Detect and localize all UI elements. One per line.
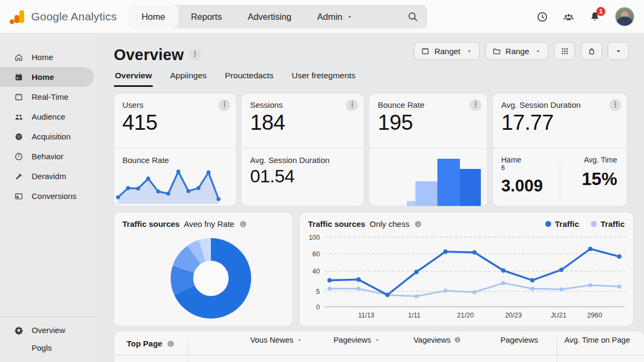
column-header-vous-newes[interactable]: Vous Newes bbox=[236, 331, 317, 348]
more-options-button[interactable] bbox=[608, 42, 629, 60]
legend-item: Traffic bbox=[591, 219, 625, 228]
info-icon[interactable] bbox=[239, 220, 247, 228]
divider bbox=[557, 337, 557, 362]
button-label: Range bbox=[506, 47, 529, 56]
bar bbox=[407, 201, 415, 206]
home-filled-icon bbox=[14, 72, 24, 82]
topbar: Google Analytics HomeReportsAdvertisingA… bbox=[0, 0, 644, 34]
sessions-value: 184 bbox=[250, 110, 356, 135]
sidebar-item-audience[interactable]: Audience bbox=[0, 107, 97, 127]
svg-text:40: 40 bbox=[312, 268, 320, 275]
donut-card-subtitle: Aveo fny Rate bbox=[184, 219, 235, 228]
nav-item-admin[interactable]: Admin bbox=[304, 5, 366, 28]
button-label: Ranget bbox=[434, 47, 460, 56]
export-button[interactable] bbox=[581, 42, 602, 60]
caret-down-icon bbox=[374, 337, 380, 343]
card-menu-button[interactable] bbox=[470, 99, 481, 111]
bounce-label: Bounce Rate bbox=[378, 100, 480, 109]
legend-item: Traffic bbox=[545, 219, 579, 228]
gear-icon bbox=[14, 326, 24, 335]
row-cell: 9 6769 bbox=[478, 356, 561, 362]
svg-text:20/23: 20/23 bbox=[505, 312, 522, 319]
topbar-actions: 1 bbox=[536, 7, 634, 26]
card-menu-button[interactable] bbox=[218, 99, 230, 111]
main-content: Overview RangetRange OverviewAppiingesPr… bbox=[97, 34, 644, 362]
nav-item-reports[interactable]: Reports bbox=[178, 5, 235, 28]
date-range-button[interactable]: Ranget bbox=[414, 42, 479, 60]
history-icon[interactable] bbox=[536, 11, 548, 23]
svg-text:2960: 2960 bbox=[587, 312, 602, 319]
sidebar-item-label: Home bbox=[32, 53, 53, 62]
sidebar-item-label: Home bbox=[32, 72, 54, 82]
tab-prouctedacts[interactable]: Prouctedacts bbox=[224, 69, 274, 87]
grid-view-button[interactable] bbox=[554, 42, 575, 60]
info-icon[interactable] bbox=[166, 339, 175, 348]
divider bbox=[188, 337, 188, 362]
tab-overview[interactable]: Overview bbox=[114, 69, 153, 87]
tab-user-fretegments[interactable]: User fretegments bbox=[290, 69, 356, 87]
bar bbox=[437, 159, 460, 206]
column-header-avg-time-on-page[interactable]: Avg. Time on Page bbox=[561, 331, 644, 348]
column-header-label: Vous Newes bbox=[250, 336, 294, 344]
row-label: Top Page bbox=[114, 356, 236, 362]
clock-icon bbox=[14, 152, 24, 161]
globe-icon bbox=[14, 132, 24, 142]
column-header-label: Pageviews bbox=[333, 336, 371, 344]
nav-item-label: Reports bbox=[191, 12, 222, 22]
svg-text:1/11: 1/11 bbox=[408, 312, 420, 319]
sidebar-item-behavior[interactable]: Behavior bbox=[0, 146, 97, 166]
sidebar-item-label: Overview bbox=[32, 326, 65, 335]
legend-label: Traffic bbox=[555, 219, 579, 228]
card-menu-button[interactable] bbox=[609, 99, 621, 111]
tab-appiinges[interactable]: Appiinges bbox=[169, 69, 208, 87]
svg-text:100: 100 bbox=[309, 234, 320, 241]
line-card-subtitle: Only chess bbox=[370, 219, 409, 228]
sidebar-item-home[interactable]: Home bbox=[0, 47, 97, 67]
user-management-icon[interactable] bbox=[562, 11, 575, 23]
range-button[interactable]: Range bbox=[485, 42, 548, 60]
svg-text:60: 60 bbox=[312, 250, 320, 258]
caret-down-icon bbox=[614, 47, 623, 56]
bar bbox=[415, 181, 437, 206]
row-cell: 2010 2021 bbox=[236, 356, 317, 362]
charts-row: Traffic sources Aveo fny Rate Traffic so… bbox=[114, 212, 644, 326]
sidebar-footer-item-pogls[interactable]: Pogls bbox=[0, 339, 97, 357]
bounce-bar-chart bbox=[407, 152, 481, 206]
notifications-button[interactable]: 1 bbox=[589, 11, 601, 23]
kebab-icon bbox=[611, 100, 619, 110]
report-tabs: OverviewAppiingesProuctedactsUser freteg… bbox=[114, 69, 644, 87]
nav-item-advertising[interactable]: Advertising bbox=[235, 5, 304, 28]
nav-item-label: Advertising bbox=[247, 12, 291, 22]
column-header-pageviews[interactable]: Pageviews bbox=[317, 331, 397, 348]
sidebar-item-real-time[interactable]: Real-Time bbox=[0, 87, 97, 107]
home-icon bbox=[14, 53, 24, 62]
traffic-line-chart: 10060405011/131/1121/2020/23JU212960 bbox=[304, 232, 631, 323]
sidebar-item-acquisition[interactable]: Acquisition bbox=[0, 127, 97, 146]
info-icon[interactable] bbox=[414, 220, 422, 228]
column-header-vageviews[interactable]: Vageviews bbox=[397, 331, 478, 348]
avatar[interactable] bbox=[615, 7, 634, 26]
nav-item-home[interactable]: Home bbox=[129, 5, 178, 28]
sidebar-footer-item-overview[interactable]: Overview bbox=[0, 321, 97, 339]
kebab-icon bbox=[191, 50, 199, 60]
top-navigation: HomeReportsAdvertisingAdmin bbox=[129, 5, 427, 28]
page-title-menu-button[interactable] bbox=[189, 49, 201, 61]
card-menu-button[interactable] bbox=[346, 99, 358, 111]
kebab-icon bbox=[348, 100, 356, 110]
kpi-cards-row: Users 415 Bounce Rate Sessions 184 Avg. … bbox=[114, 93, 644, 206]
notification-badge: 1 bbox=[596, 7, 605, 16]
duration-card: Avg. Session Duration 17.77 Hame 6 3.009… bbox=[493, 93, 627, 206]
sidebar-item-deravidm[interactable]: Deravidm bbox=[0, 166, 97, 186]
sidebar-item-conversions[interactable]: Conversions bbox=[0, 186, 97, 206]
sidebar-item-home[interactable]: Home bbox=[0, 67, 94, 87]
column-header-pageviews[interactable]: Pageviews bbox=[478, 331, 561, 348]
legend-label: Traffic bbox=[601, 219, 625, 228]
line-card-title: Traffic sources bbox=[308, 219, 365, 228]
wrench-icon bbox=[14, 172, 24, 181]
search-icon[interactable] bbox=[407, 11, 419, 23]
column-header-label: Avg. Time on Page bbox=[565, 336, 630, 344]
users-label: Users bbox=[122, 100, 229, 109]
traffic-donut-chart bbox=[171, 238, 251, 319]
column-header-label: Pageviews bbox=[500, 336, 538, 344]
bounce-rate-card: Bounce Rate 195 bbox=[369, 93, 487, 206]
